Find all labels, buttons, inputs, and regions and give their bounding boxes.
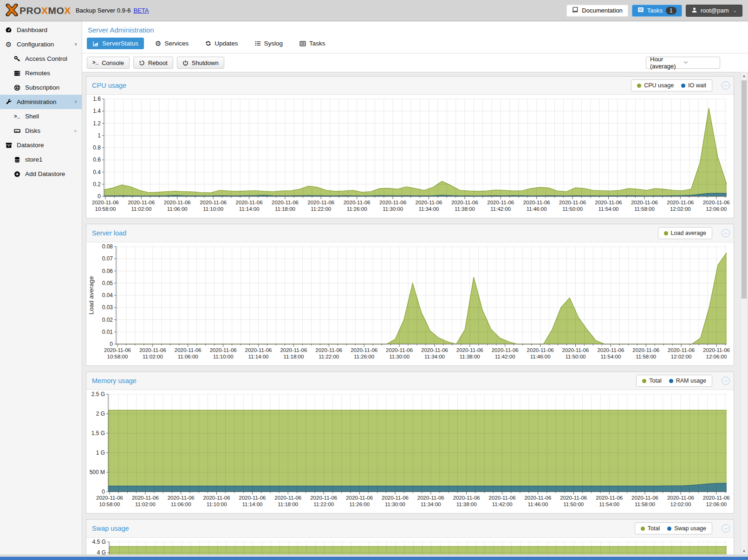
svg-text:4.5 G: 4.5 G: [92, 539, 106, 545]
chart-body: 0500 M1 G1.5 G2 G2.5 G2020-11-0610:58:00…: [86, 390, 734, 513]
legend-item[interactable]: IO wait: [681, 82, 706, 89]
chart-body: 00.010.020.030.040.050.060.070.082020-11…: [86, 242, 734, 365]
svg-text:1 G: 1 G: [96, 449, 105, 456]
user-menu-button[interactable]: root@pam ⌄: [686, 5, 742, 17]
svg-text:0.8: 0.8: [93, 144, 101, 151]
chevron-down-icon[interactable]: ▾: [74, 41, 77, 47]
svg-text:11:38:00: 11:38:00: [456, 501, 477, 507]
legend-item[interactable]: CPU usage: [637, 82, 674, 89]
legend-item[interactable]: Swap usage: [667, 525, 706, 532]
collapse-icon[interactable]: −: [722, 524, 730, 533]
tab-tasks[interactable]: Tasks: [294, 38, 331, 49]
sidebar-item-store1[interactable]: store1: [0, 152, 82, 167]
svg-text:2020-11-06: 2020-11-06: [527, 347, 554, 353]
legend-item[interactable]: Total: [642, 378, 661, 384]
key-icon: [13, 56, 21, 62]
svg-text:10:58:00: 10:58:00: [95, 206, 116, 212]
legend-dot-icon: [669, 379, 673, 383]
sidebar-item-administration[interactable]: Administration▾: [0, 95, 82, 109]
sidebar-item-add-datastore[interactable]: Add Datastore: [0, 167, 82, 181]
svg-text:11:42:00: 11:42:00: [495, 354, 515, 359]
sidebar-item-remotes[interactable]: Remotes: [0, 66, 82, 80]
svg-text:2020-11-06: 2020-11-06: [168, 495, 195, 501]
panel-header: Swap usageTotalSwap usage−: [86, 520, 734, 538]
svg-text:12:02:00: 12:02:00: [670, 206, 691, 212]
svg-text:2020-11-06: 2020-11-06: [560, 495, 587, 501]
sidebar-item-access-control[interactable]: Access Control: [0, 52, 82, 66]
panel-header: CPU usageCPU usageIO wait−: [86, 77, 734, 95]
collapse-icon[interactable]: −: [722, 377, 730, 385]
svg-text:2020-11-06: 2020-11-06: [596, 495, 623, 501]
svg-text:11:10:00: 11:10:00: [213, 354, 234, 359]
svg-text:500 M: 500 M: [90, 469, 105, 475]
shutdown-button[interactable]: Shutdown: [177, 57, 224, 69]
svg-text:2020-11-06: 2020-11-06: [595, 200, 622, 205]
reboot-button[interactable]: Reboot: [133, 57, 173, 69]
sidebar-item-disks[interactable]: Disks▸: [0, 124, 82, 138]
tab-serverstatus[interactable]: ServerStatus: [87, 38, 144, 49]
proxmox-logo: PROXMOX: [6, 4, 71, 18]
sidebar-item-dashboard[interactable]: Dashboard: [0, 23, 82, 37]
legend-item[interactable]: Total: [641, 525, 660, 532]
svg-text:11:50:00: 11:50:00: [563, 501, 584, 507]
svg-text:2020-11-06: 2020-11-06: [128, 200, 155, 205]
legend-item[interactable]: Load average: [664, 230, 706, 236]
console-button[interactable]: >_Console: [87, 57, 130, 69]
svg-text:2020-11-06: 2020-11-06: [92, 200, 119, 205]
scrollbar-thumb[interactable]: [741, 80, 747, 299]
svg-text:2020-11-06: 2020-11-06: [346, 495, 373, 501]
documentation-button[interactable]: Documentation: [566, 5, 628, 17]
panel-title: CPU usage: [92, 82, 126, 89]
svg-text:11:50:00: 11:50:00: [566, 354, 586, 359]
timeframe-select[interactable]: Hour (average): [646, 57, 720, 69]
sidebar-item-label: Shell: [25, 113, 39, 120]
sidebar-item-label: Subscription: [25, 84, 59, 91]
svg-text:2020-11-06: 2020-11-06: [417, 495, 444, 501]
collapse-icon[interactable]: −: [722, 81, 730, 90]
svg-text:2020-11-06: 2020-11-06: [562, 347, 589, 353]
scroll-down-icon[interactable]: ▼: [741, 548, 747, 555]
tab-updates[interactable]: Updates: [200, 38, 243, 49]
vertical-scrollbar[interactable]: ▲ ▼: [741, 72, 748, 555]
brand-wordmark: PROXMOX: [20, 5, 71, 16]
svg-text:2020-11-06: 2020-11-06: [492, 347, 519, 353]
svg-text:0.03: 0.03: [102, 304, 113, 311]
tab-syslog[interactable]: Syslog: [249, 38, 289, 49]
svg-text:11:46:00: 11:46:00: [530, 354, 551, 359]
bottom-blue-strip: [0, 557, 748, 560]
svg-text:11:06:00: 11:06:00: [167, 206, 188, 212]
panel-header: Server loadLoad average−: [86, 224, 734, 242]
database-icon: [13, 156, 21, 163]
hdd-icon: [13, 128, 21, 134]
chevron-down-icon[interactable]: ▾: [74, 99, 77, 105]
sidebar-item-label: Dashboard: [17, 26, 47, 33]
chevron-right-icon[interactable]: ▸: [74, 128, 77, 134]
sidebar-item-shell[interactable]: >_Shell: [0, 109, 82, 124]
scroll-up-icon[interactable]: ▲: [741, 72, 747, 79]
sidebar-item-subscription[interactable]: Subscription: [0, 80, 82, 95]
tab-services[interactable]: ⚙Services: [150, 38, 194, 49]
sidebar-item-configuration[interactable]: ⚙Configuration▾: [0, 37, 82, 52]
list-icon: [255, 40, 261, 46]
svg-text:0.06: 0.06: [102, 268, 113, 274]
sidebar-item-datastore[interactable]: Datastore: [0, 138, 82, 152]
svg-text:0: 0: [110, 341, 113, 347]
svg-text:0.01: 0.01: [102, 329, 113, 335]
svg-text:11:14:00: 11:14:00: [248, 354, 269, 359]
svg-text:0.08: 0.08: [102, 243, 113, 250]
legend-item[interactable]: RAM usage: [669, 378, 706, 384]
tasks-button[interactable]: Tasks 1: [632, 5, 682, 17]
beta-link[interactable]: BETA: [133, 7, 149, 14]
product-version: Backup Server 0.9-6: [76, 7, 131, 14]
svg-text:11:02:00: 11:02:00: [143, 354, 163, 359]
svg-text:2020-11-06: 2020-11-06: [703, 347, 730, 353]
svg-text:11:50:00: 11:50:00: [562, 206, 583, 212]
panel-title: Memory usage: [92, 377, 137, 384]
svg-text:2020-11-06: 2020-11-06: [175, 347, 202, 353]
svg-text:11:18:00: 11:18:00: [275, 206, 295, 212]
sidebar-item-label: Remotes: [25, 70, 50, 77]
svg-text:2020-11-06: 2020-11-06: [489, 495, 516, 501]
svg-text:2020-11-06: 2020-11-06: [344, 200, 371, 205]
collapse-icon[interactable]: −: [722, 229, 730, 237]
top-bar: PROXMOX Backup Server 0.9-6 BETA Documen…: [0, 0, 748, 21]
